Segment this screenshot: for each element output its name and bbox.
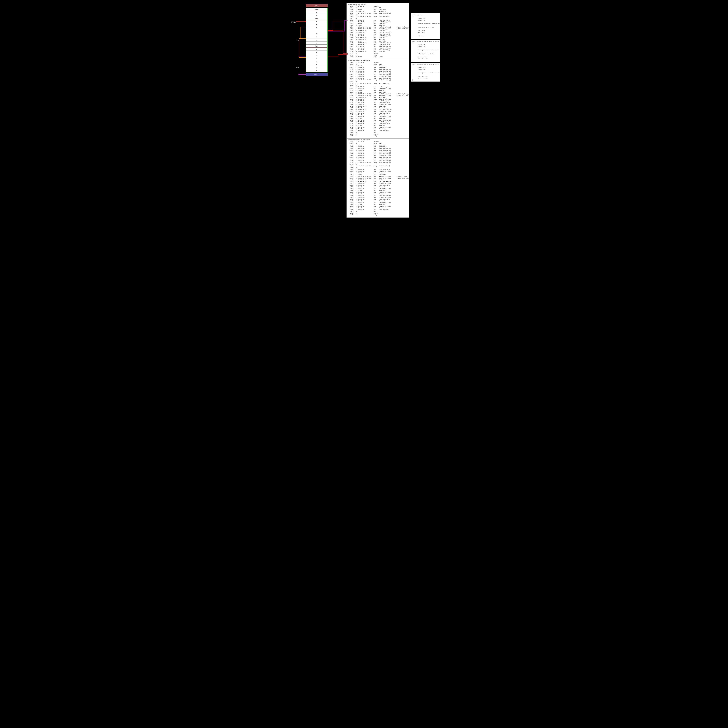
- stack-cell: m: [306, 60, 327, 63]
- stack-cell: n: [306, 63, 327, 66]
- stack-cell: b: [306, 11, 327, 14]
- stack-cell: a: [306, 14, 327, 17]
- asm-a-header: 00000000000011e8 <test_fun_a>:: [349, 60, 371, 61]
- stack-cell: n: [306, 35, 327, 38]
- asm-arrow-3: [328, 54, 348, 60]
- fp-arrow: [296, 20, 306, 23]
- asm-main: 000000000000128a <main>: 128a: f3 0f 1e …: [347, 3, 409, 60]
- stack-cell: d: [306, 47, 327, 50]
- stack-cell: m: [306, 32, 327, 35]
- c-source-panel: int main(void) { long a = 1; long b = 2;…: [411, 14, 440, 82]
- fp-label: FP(s0): [291, 21, 295, 23]
- asm-a-body: 11e8: f3 0f 1e fa endbr64 11ec: 55 push …: [349, 62, 418, 137]
- stack-cell: c: [306, 50, 327, 54]
- lo-addr-box: 低地址: [306, 73, 327, 76]
- asm-arrow-2: [328, 29, 348, 55]
- stack-cell: y: [306, 41, 327, 44]
- asm-test-fun-a: 00000000000011e8 <test_fun_a>: 11e8: f3 …: [347, 60, 409, 138]
- hi-addr-box: 高地址: [306, 5, 327, 7]
- asm-main-header: 000000000000128a <main>:: [349, 4, 366, 5]
- stack-cell: %rbp: [306, 8, 327, 11]
- stack-cell: %rbp: [306, 17, 327, 20]
- stack-cell: y: [306, 69, 327, 72]
- stack-cell: y: [306, 57, 327, 60]
- stack-cell: m: [306, 54, 327, 57]
- c-test-fun-b: void test_fun_b(long m, long n, long x, …: [411, 63, 440, 81]
- stack-diagram: 高地址 %rbpba%rbpcbxmnxy%rbpdcmymnxy 低地址: [306, 5, 327, 76]
- asm-arrow-1: [328, 20, 348, 41]
- asm-test-fun-b: 0000000000001149 <test_fun_b>: 1149: f3 …: [347, 138, 409, 217]
- rbp-label-2: %rbp: [296, 67, 299, 68]
- main-arrow-top: [328, 20, 344, 32]
- rbp-label-1: %rbp: [296, 39, 299, 41]
- stack-cell: %rbp: [306, 44, 327, 47]
- asm-b-body: 1149: f3 0f 1e fa endbr64 114d: 55 push …: [349, 141, 417, 216]
- asm-main-body: 128a: f3 0f 1e fa endbr64 128e: 55 push …: [349, 6, 418, 58]
- stack-cell: x: [306, 66, 327, 69]
- c-test-fun-a: void test_fun_a(long m, long n, long x, …: [411, 40, 440, 62]
- asm-b-header: 0000000000001149 <test_fun_b>:: [349, 139, 371, 141]
- stack-cell: b: [306, 23, 327, 26]
- stack-cell: x: [306, 38, 327, 41]
- c-main: int main(void) { long a = 1; long b = 2;…: [411, 14, 440, 39]
- stack-cells: %rbpba%rbpcbxmnxy%rbpdcmymnxy: [306, 8, 327, 72]
- stack-cell: c: [306, 20, 327, 23]
- stack-cell: x: [306, 26, 327, 29]
- stack-cell: [306, 29, 327, 32]
- asm-panel: 000000000000128a <main>: 128a: f3 0f 1e …: [347, 3, 409, 217]
- canvas: FP(s0) %rbp %rbp 高地址 %rbpba%rbpcbxmnxy%r…: [288, 0, 440, 220]
